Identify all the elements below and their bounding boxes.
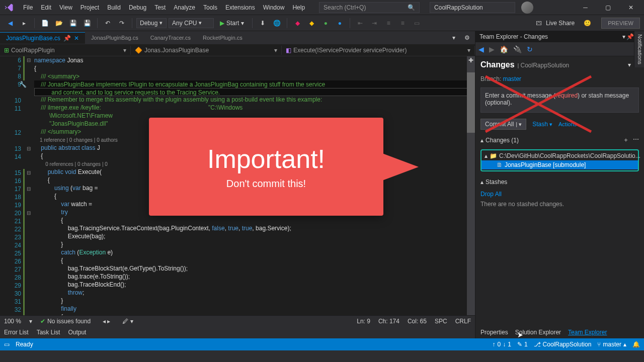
menu-debug[interactable]: Debug xyxy=(125,2,150,13)
col-indicator[interactable]: Col: 65 xyxy=(408,318,427,325)
repo-button[interactable]: ⎇ CoolRappSolution xyxy=(534,341,592,348)
properties-tab[interactable]: Properties xyxy=(480,329,508,336)
panel-pin-icon[interactable]: 📌 xyxy=(626,33,634,40)
issues-indicator[interactable]: ✔No issues found xyxy=(40,318,91,325)
stashes-section-toggle[interactable]: ▴ Stashes xyxy=(480,178,639,186)
notifications-panel-tab[interactable]: Notifications xyxy=(634,31,644,67)
panel-tab-error-list[interactable]: Error List xyxy=(4,329,29,336)
start-debug-button[interactable]: ▶ Start ▾ xyxy=(216,19,248,28)
lineending-indicator[interactable]: CRLF xyxy=(455,318,471,325)
commit-message-input[interactable]: Enter a commit message (required) or sta… xyxy=(480,87,639,113)
close-button[interactable]: ✕ xyxy=(619,0,642,15)
preview-button[interactable]: PREVIEW xyxy=(601,18,640,29)
browser-button[interactable]: 🌐 xyxy=(271,17,283,29)
platform-dropdown[interactable]: Any CPU ▾ xyxy=(169,18,214,28)
undo-button[interactable]: ↶ xyxy=(102,17,114,29)
step-button[interactable]: ⬇ xyxy=(257,17,269,29)
tree-submodule-item[interactable]: 🗎JonasPluginBase [submodule] xyxy=(481,160,638,169)
char-indicator[interactable]: Ch: 174 xyxy=(378,318,399,325)
changes-menu-icon[interactable]: ⋯ xyxy=(633,136,639,144)
te-refresh-button[interactable]: ↻ xyxy=(527,45,533,53)
notifications-bell[interactable]: 🔔 xyxy=(632,341,640,348)
menu-edit[interactable]: Edit xyxy=(37,2,55,13)
sync-button[interactable]: ↑ 0 ↓ 1 xyxy=(493,341,511,348)
commit-all-button[interactable]: Commit All | ▾ xyxy=(480,119,526,130)
te-dropdown-icon[interactable]: ▾ xyxy=(628,61,631,68)
solution-name-field[interactable]: CoolRappSolution xyxy=(430,2,515,13)
team-explorer-title: Team Explorer - Changes xyxy=(479,33,548,40)
status-icon: ▭ xyxy=(4,341,10,348)
close-tab-icon[interactable]: ✕ xyxy=(74,35,79,42)
ext-btn-4[interactable]: ● xyxy=(334,17,346,29)
panel-dropdown-icon[interactable]: ▾ xyxy=(622,33,625,40)
save-button[interactable]: 💾 xyxy=(67,17,79,29)
menu-project[interactable]: Project xyxy=(76,2,103,13)
redo-button[interactable]: ↷ xyxy=(116,17,128,29)
vs-logo-icon[interactable] xyxy=(2,1,16,15)
feedback-icon[interactable]: 🙂 xyxy=(584,20,591,27)
te-forward-button[interactable]: ▶ xyxy=(489,45,495,53)
menu-test[interactable]: Test xyxy=(150,2,170,13)
class-icon: 🔶 xyxy=(135,47,142,54)
tab-rocketplugincs[interactable]: RocketPlugin.cs xyxy=(197,33,249,43)
ext-btn-1[interactable]: ◆ xyxy=(291,17,303,29)
tab-jonaspluginbagcs[interactable]: JonasPluginBag.cs xyxy=(85,33,144,43)
new-project-button[interactable]: 📄 xyxy=(39,17,51,29)
breadcrumb-member[interactable]: ◧ Execute(IServiceProvider serviceProvid… xyxy=(282,46,475,55)
minimize-button[interactable]: ─ xyxy=(574,0,597,15)
team-explorer-tab[interactable]: Team Explorer xyxy=(568,329,607,336)
breadcrumb-namespace[interactable]: 🔶 Jonas.JonasPluginBase ▾ xyxy=(131,46,282,55)
panel-tab-output[interactable]: Output xyxy=(68,329,86,336)
actions-dropdown[interactable]: Actions xyxy=(558,121,577,127)
menu-analyze[interactable]: Analyze xyxy=(170,2,199,13)
menu-tools[interactable]: Tools xyxy=(199,2,221,13)
menu-help[interactable]: Help xyxy=(288,2,309,13)
zoom-level[interactable]: 100 % xyxy=(4,318,21,325)
branch-button[interactable]: ⑂ master ▴ xyxy=(597,341,626,348)
nav-back-button[interactable]: ◀ xyxy=(4,17,16,29)
menu-build[interactable]: Build xyxy=(103,2,125,13)
maximize-button[interactable]: ▢ xyxy=(597,0,619,15)
save-all-button[interactable]: 💾 xyxy=(81,17,93,29)
pin-icon[interactable]: 📌 xyxy=(63,35,71,42)
vertical-scrollbar[interactable]: ✚ xyxy=(467,56,475,315)
solution-explorer-tab[interactable]: Solution Explorer xyxy=(515,329,561,336)
bookmark-btn[interactable]: ▭ xyxy=(411,17,423,29)
menu-file[interactable]: File xyxy=(19,2,37,13)
quick-search-input[interactable]: Search (Ctrl+Q) 🔍 xyxy=(319,2,420,13)
pending-changes-button[interactable]: ✎ 1 xyxy=(517,341,528,348)
config-dropdown[interactable]: Debug ▾ xyxy=(136,18,167,28)
te-home-button[interactable]: 🏠 xyxy=(500,45,508,53)
indent-btn[interactable]: ⇤ xyxy=(354,17,366,29)
te-back-button[interactable]: ◀ xyxy=(478,45,484,53)
changes-section-toggle[interactable]: ▴ Changes (1) xyxy=(480,137,519,144)
tab-settings-button[interactable]: ⚙ xyxy=(461,32,473,44)
liveshare-button[interactable]: Live Share xyxy=(546,20,575,27)
menu-extensions[interactable]: Extensions xyxy=(221,2,259,13)
te-connect-button[interactable]: 🔌 xyxy=(513,45,522,53)
ext-btn-2[interactable]: ◆ xyxy=(305,17,317,29)
add-change-icon[interactable]: ＋ xyxy=(623,136,629,144)
menu-view[interactable]: View xyxy=(55,2,76,13)
stash-dropdown[interactable]: Stash ▾ xyxy=(532,121,552,128)
nav-forward-button[interactable]: ▸ xyxy=(18,17,30,29)
branch-link[interactable]: master xyxy=(503,75,521,82)
tree-root-folder[interactable]: ▴📁C:\Dev\GitHub\CoolRappRockets\CoolRapp… xyxy=(481,151,638,160)
open-file-button[interactable]: 📂 xyxy=(53,17,65,29)
tab-canarytracercs[interactable]: CanaryTracer.cs xyxy=(144,33,197,43)
ext-btn-3[interactable]: ● xyxy=(319,17,332,29)
uncomment-btn[interactable]: ≡ xyxy=(396,17,409,29)
user-avatar[interactable] xyxy=(521,2,533,14)
line-indicator[interactable]: Ln: 9 xyxy=(357,318,370,325)
tab-jonaspluginbase[interactable]: JonasPluginBase.cs📌✕ xyxy=(0,32,85,44)
drop-all-link[interactable]: Drop All xyxy=(480,191,639,198)
menu-window[interactable]: Window xyxy=(259,2,289,13)
tab-dropdown-button[interactable]: ▾ xyxy=(448,32,460,44)
spaces-indicator[interactable]: SPC xyxy=(435,318,447,325)
csharp-icon: ⊞ xyxy=(4,47,9,54)
breadcrumb-project[interactable]: ⊞ CoolRappPlugin ▾ xyxy=(0,46,131,55)
outdent-btn[interactable]: ⇥ xyxy=(368,17,380,29)
panel-tab-task-list[interactable]: Task List xyxy=(37,329,60,336)
te-page-title: Changes xyxy=(480,60,515,69)
comment-btn[interactable]: ≡ xyxy=(382,17,394,29)
